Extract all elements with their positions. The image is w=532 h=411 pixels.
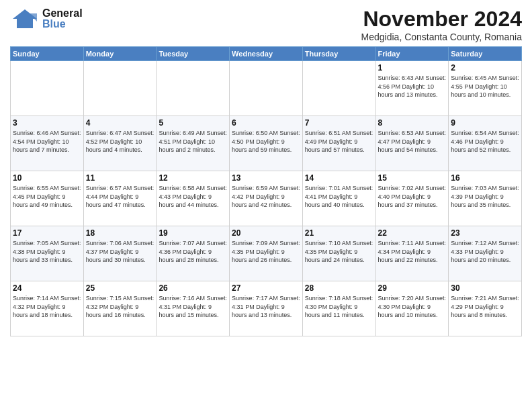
day-info: Sunrise: 7:01 AM Sunset: 4:41 PM Dayligh… — [305, 184, 373, 210]
day-info: Sunrise: 7:03 AM Sunset: 4:39 PM Dayligh… — [451, 184, 519, 210]
calendar-page: General Blue November 2024 Medgidia, Con… — [0, 0, 532, 411]
col-sunday: Sunday — [11, 47, 84, 61]
day-info: Sunrise: 6:53 AM Sunset: 4:47 PM Dayligh… — [378, 129, 447, 154]
month-title: November 2024 — [361, 7, 522, 32]
day-info: Sunrise: 6:54 AM Sunset: 4:46 PM Dayligh… — [451, 129, 519, 154]
calendar-week-5: 24Sunrise: 7:14 AM Sunset: 4:32 PM Dayli… — [11, 281, 522, 336]
day-number: 4 — [86, 118, 154, 128]
calendar-cell: 19Sunrise: 7:07 AM Sunset: 4:36 PM Dayli… — [157, 226, 230, 281]
day-number: 22 — [378, 228, 447, 238]
day-info: Sunrise: 7:20 AM Sunset: 4:30 PM Dayligh… — [378, 294, 447, 320]
day-number: 27 — [232, 283, 300, 293]
calendar-cell: 1Sunrise: 6:43 AM Sunset: 4:56 PM Daylig… — [375, 61, 449, 116]
calendar-cell: 14Sunrise: 7:01 AM Sunset: 4:41 PM Dayli… — [302, 171, 375, 226]
day-info: Sunrise: 6:45 AM Sunset: 4:55 PM Dayligh… — [451, 74, 519, 99]
day-number: 24 — [13, 283, 81, 293]
col-friday: Friday — [375, 47, 449, 61]
day-info: Sunrise: 7:18 AM Sunset: 4:30 PM Dayligh… — [305, 294, 373, 320]
calendar-cell: 8Sunrise: 6:53 AM Sunset: 4:47 PM Daylig… — [375, 116, 449, 171]
calendar-cell: 7Sunrise: 6:51 AM Sunset: 4:49 PM Daylig… — [302, 116, 375, 171]
day-number: 7 — [305, 118, 373, 128]
day-number: 10 — [13, 173, 81, 183]
calendar-week-2: 3Sunrise: 6:46 AM Sunset: 4:54 PM Daylig… — [11, 116, 522, 171]
calendar-cell: 21Sunrise: 7:10 AM Sunset: 4:35 PM Dayli… — [302, 226, 375, 281]
day-number: 21 — [305, 228, 373, 238]
col-thursday: Thursday — [302, 47, 375, 61]
day-info: Sunrise: 6:50 AM Sunset: 4:50 PM Dayligh… — [232, 129, 300, 154]
calendar-cell: 11Sunrise: 6:57 AM Sunset: 4:44 PM Dayli… — [83, 171, 157, 226]
day-info: Sunrise: 7:06 AM Sunset: 4:37 PM Dayligh… — [86, 239, 154, 265]
calendar-cell: 15Sunrise: 7:02 AM Sunset: 4:40 PM Dayli… — [375, 171, 449, 226]
calendar-cell: 30Sunrise: 7:21 AM Sunset: 4:29 PM Dayli… — [449, 281, 522, 336]
day-number: 8 — [378, 118, 447, 128]
calendar-table: Sunday Monday Tuesday Wednesday Thursday… — [10, 46, 522, 336]
col-wednesday: Wednesday — [230, 47, 303, 61]
calendar-cell: 10Sunrise: 6:55 AM Sunset: 4:45 PM Dayli… — [11, 171, 84, 226]
day-number: 11 — [86, 173, 154, 183]
day-number: 13 — [232, 173, 300, 183]
day-info: Sunrise: 7:05 AM Sunset: 4:38 PM Dayligh… — [13, 239, 81, 265]
calendar-cell: 25Sunrise: 7:15 AM Sunset: 4:32 PM Dayli… — [83, 281, 157, 336]
day-info: Sunrise: 7:17 AM Sunset: 4:31 PM Dayligh… — [232, 294, 300, 320]
day-info: Sunrise: 6:43 AM Sunset: 4:56 PM Dayligh… — [378, 74, 447, 99]
day-number: 28 — [305, 283, 373, 293]
page-header: General Blue November 2024 Medgidia, Con… — [10, 7, 522, 42]
day-number: 29 — [378, 283, 447, 293]
day-number: 20 — [232, 228, 300, 238]
day-number: 18 — [86, 228, 154, 238]
logo-general-text: General — [42, 8, 83, 19]
calendar-cell: 3Sunrise: 6:46 AM Sunset: 4:54 PM Daylig… — [11, 116, 84, 171]
day-info: Sunrise: 7:07 AM Sunset: 4:36 PM Dayligh… — [159, 239, 227, 265]
calendar-cell: 24Sunrise: 7:14 AM Sunset: 4:32 PM Dayli… — [11, 281, 84, 336]
day-info: Sunrise: 6:59 AM Sunset: 4:42 PM Dayligh… — [232, 184, 300, 210]
calendar-cell: 23Sunrise: 7:12 AM Sunset: 4:33 PM Dayli… — [449, 226, 522, 281]
day-number: 9 — [451, 118, 519, 128]
calendar-cell — [11, 61, 84, 116]
day-number: 30 — [451, 283, 519, 293]
day-number: 1 — [378, 63, 447, 73]
calendar-cell: 26Sunrise: 7:16 AM Sunset: 4:31 PM Dayli… — [157, 281, 230, 336]
calendar-cell: 28Sunrise: 7:18 AM Sunset: 4:30 PM Dayli… — [302, 281, 375, 336]
day-number: 23 — [451, 228, 519, 238]
day-info: Sunrise: 7:09 AM Sunset: 4:35 PM Dayligh… — [232, 239, 300, 265]
day-info: Sunrise: 7:02 AM Sunset: 4:40 PM Dayligh… — [378, 184, 447, 210]
col-monday: Monday — [83, 47, 157, 61]
day-info: Sunrise: 6:47 AM Sunset: 4:52 PM Dayligh… — [86, 129, 154, 154]
calendar-cell: 2Sunrise: 6:45 AM Sunset: 4:55 PM Daylig… — [449, 61, 522, 116]
day-number: 5 — [159, 118, 227, 128]
col-saturday: Saturday — [449, 47, 522, 61]
calendar-week-1: 1Sunrise: 6:43 AM Sunset: 4:56 PM Daylig… — [11, 61, 522, 116]
calendar-cell — [83, 61, 157, 116]
location-subtitle: Medgidia, Constanta County, Romania — [361, 32, 522, 42]
title-block: November 2024 Medgidia, Constanta County… — [361, 7, 522, 42]
day-number: 12 — [159, 173, 227, 183]
header-row: Sunday Monday Tuesday Wednesday Thursday… — [11, 47, 522, 61]
day-info: Sunrise: 6:49 AM Sunset: 4:51 PM Dayligh… — [159, 129, 227, 154]
day-number: 17 — [13, 228, 81, 238]
calendar-cell — [157, 61, 230, 116]
day-number: 16 — [451, 173, 519, 183]
calendar-cell: 18Sunrise: 7:06 AM Sunset: 4:37 PM Dayli… — [83, 226, 157, 281]
day-number: 3 — [13, 118, 81, 128]
day-number: 26 — [159, 283, 227, 293]
day-info: Sunrise: 7:21 AM Sunset: 4:29 PM Dayligh… — [451, 294, 519, 320]
day-number: 6 — [232, 118, 300, 128]
day-info: Sunrise: 6:57 AM Sunset: 4:44 PM Dayligh… — [86, 184, 154, 210]
day-info: Sunrise: 7:10 AM Sunset: 4:35 PM Dayligh… — [305, 239, 373, 265]
calendar-cell: 5Sunrise: 6:49 AM Sunset: 4:51 PM Daylig… — [157, 116, 230, 171]
calendar-week-4: 17Sunrise: 7:05 AM Sunset: 4:38 PM Dayli… — [11, 226, 522, 281]
day-info: Sunrise: 7:12 AM Sunset: 4:33 PM Dayligh… — [451, 239, 519, 265]
logo-blue-text: Blue — [42, 19, 83, 30]
calendar-cell: 22Sunrise: 7:11 AM Sunset: 4:34 PM Dayli… — [375, 226, 449, 281]
day-info: Sunrise: 7:15 AM Sunset: 4:32 PM Dayligh… — [86, 294, 154, 320]
calendar-cell: 9Sunrise: 6:54 AM Sunset: 4:46 PM Daylig… — [449, 116, 522, 171]
day-number: 15 — [378, 173, 447, 183]
calendar-week-3: 10Sunrise: 6:55 AM Sunset: 4:45 PM Dayli… — [11, 171, 522, 226]
day-number: 2 — [451, 63, 519, 73]
col-tuesday: Tuesday — [157, 47, 230, 61]
day-info: Sunrise: 7:16 AM Sunset: 4:31 PM Dayligh… — [159, 294, 227, 320]
calendar-cell — [230, 61, 303, 116]
calendar-cell: 12Sunrise: 6:58 AM Sunset: 4:43 PM Dayli… — [157, 171, 230, 226]
day-info: Sunrise: 6:46 AM Sunset: 4:54 PM Dayligh… — [13, 129, 81, 154]
day-number: 25 — [86, 283, 154, 293]
